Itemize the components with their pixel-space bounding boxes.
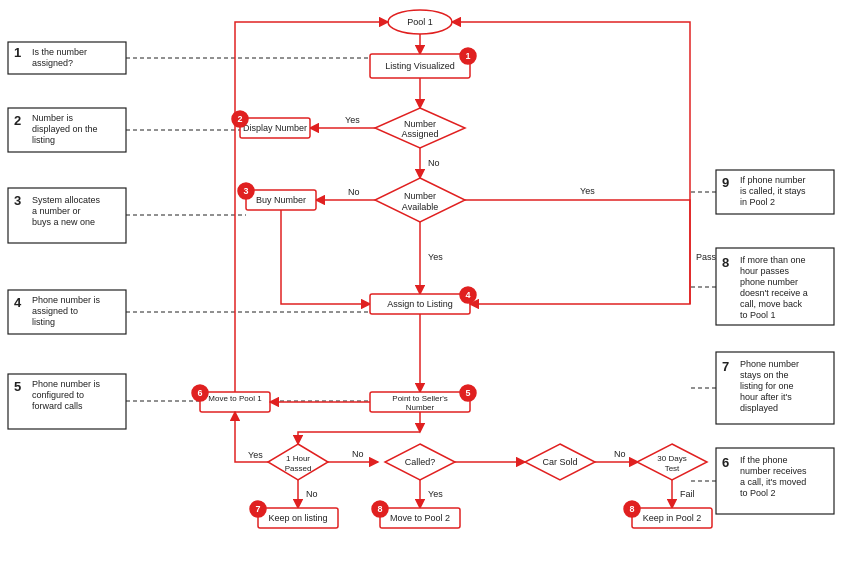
label-yes-called: Yes — [428, 489, 443, 499]
buy-number-label: Buy Number — [256, 195, 306, 205]
assign-to-listing-label: Assign to Listing — [387, 299, 453, 309]
label-num-5: 5 — [14, 379, 21, 394]
circle-5-pts-label: 5 — [465, 388, 470, 398]
label-text-7b: stays on the — [740, 370, 789, 380]
label-text-1: Is the number — [32, 47, 87, 57]
circle-7-label: 7 — [255, 504, 260, 514]
label-text-7c: listing for one — [740, 381, 794, 391]
label-text-6a: If the phone — [740, 455, 788, 465]
label-text-7a: Phone number — [740, 359, 799, 369]
label-text-3b: a number or — [32, 206, 81, 216]
label-text-2b: displayed on the — [32, 124, 98, 134]
one-hour-label: 1 Hour — [286, 454, 310, 463]
label-text-8b: hour passes — [740, 266, 790, 276]
label-text-9b: is called, it stays — [740, 186, 806, 196]
number-assigned-label2: Assigned — [401, 129, 438, 139]
label-text-6d: to Pool 2 — [740, 488, 776, 498]
label-text-8c: phone number — [740, 277, 798, 287]
label-yes-nav: Yes — [428, 252, 443, 262]
display-number-label: Display Number — [243, 123, 307, 133]
one-hour-label2: Passed — [285, 464, 312, 473]
circle-2-label: 2 — [237, 114, 242, 124]
label-no-down-1hr: No — [306, 489, 318, 499]
label-text-5c: forward calls — [32, 401, 83, 411]
days-test-label: 30 Days — [657, 454, 686, 463]
keep-on-listing-label: Keep on listing — [268, 513, 327, 523]
pool1-label: Pool 1 — [407, 17, 433, 27]
car-sold-label: Car Sold — [542, 457, 577, 467]
label-num-8: 8 — [722, 255, 729, 270]
label-yes-na: Yes — [345, 115, 360, 125]
label-fail-30: Fail — [680, 489, 695, 499]
point-to-seller-label: Point to Seller's — [392, 394, 447, 403]
label-no-na: No — [428, 158, 440, 168]
label-no-nav: No — [348, 187, 360, 197]
move-to-pool2-label: Move to Pool 2 — [390, 513, 450, 523]
point-to-seller-label2: Number — [406, 403, 435, 412]
label-text-8e: call, move back — [740, 299, 803, 309]
arrow-bn-al — [281, 210, 370, 304]
circle-8-kip2-label: 8 — [629, 504, 634, 514]
circle-4-label: 4 — [465, 290, 470, 300]
label-text-5a: Phone number is — [32, 379, 101, 389]
label-yes-1hr: Yes — [248, 450, 263, 460]
label-text-9c: in Pool 2 — [740, 197, 775, 207]
label-text-4a: Phone number is — [32, 295, 101, 305]
circle-6-mtp1-label: 6 — [197, 388, 202, 398]
label-text-6b: number receives — [740, 466, 807, 476]
label-text-6c: a call, it's moved — [740, 477, 806, 487]
label-no-cs: No — [614, 449, 626, 459]
label-text-4b: assigned to — [32, 306, 78, 316]
label-num-2: 2 — [14, 113, 21, 128]
move-to-pool1-label: Move to Pool 1 — [208, 394, 262, 403]
label-text-8a: If more than one — [740, 255, 806, 265]
label-pass: Pass — [696, 252, 717, 262]
arrow-to-1hr — [298, 432, 420, 444]
label-text-1b: assigned? — [32, 58, 73, 68]
label-text-8d: doesn't receive a — [740, 288, 808, 298]
label-text-8f: to Pool 1 — [740, 310, 776, 320]
label-num-4: 4 — [14, 295, 22, 310]
arrow-pass — [465, 200, 690, 304]
label-text-9a: If phone number — [740, 175, 806, 185]
days-test-label2: Test — [665, 464, 680, 473]
arrow-right-border — [452, 22, 690, 304]
label-text-5b: configured to — [32, 390, 84, 400]
label-no-1hr: No — [352, 449, 364, 459]
circle-8-mtp2-label: 8 — [377, 504, 382, 514]
number-available-label: Number — [404, 191, 436, 201]
label-num-7: 7 — [722, 359, 729, 374]
label-text-3a: System allocates — [32, 195, 101, 205]
number-available-label2: Available — [402, 202, 438, 212]
circle-3-buy-label: 3 — [243, 186, 248, 196]
label-num-6: 6 — [722, 455, 729, 470]
number-assigned-label: Number — [404, 119, 436, 129]
label-yes-right: Yes — [580, 186, 595, 196]
label-text-2c: listing — [32, 135, 55, 145]
label-num-1: 1 — [14, 45, 21, 60]
circle-1-label: 1 — [465, 51, 470, 61]
label-num-3: 3 — [14, 193, 21, 208]
label-text-4c: listing — [32, 317, 55, 327]
label-text-3c: buys a new one — [32, 217, 95, 227]
label-text-7e: displayed — [740, 403, 778, 413]
label-num-9: 9 — [722, 175, 729, 190]
diagram-container: 1 Is the number assigned? 2 Number is di… — [0, 0, 841, 562]
listing-visualized-label: Listing Visualized — [385, 61, 454, 71]
called-label: Called? — [405, 457, 436, 467]
keep-in-pool2-label: Keep in Pool 2 — [643, 513, 702, 523]
label-text-7d: hour after it's — [740, 392, 792, 402]
label-text-2a: Number is — [32, 113, 74, 123]
